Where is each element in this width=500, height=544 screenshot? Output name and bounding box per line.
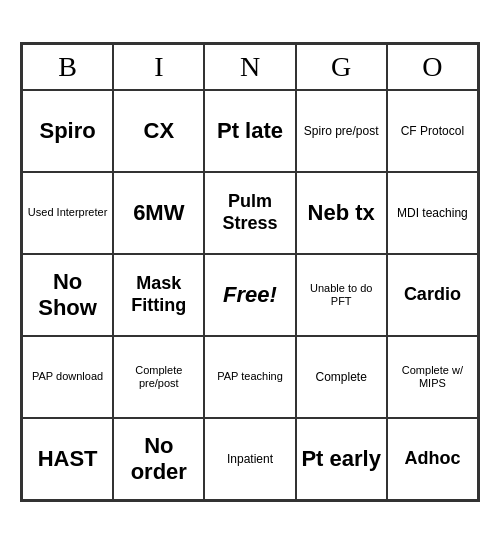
cell-text: Inpatient bbox=[227, 452, 273, 466]
cell-text: MDI teaching bbox=[397, 206, 468, 220]
cell-r5-c3: Inpatient bbox=[204, 418, 295, 500]
cell-text: Unable to do PFT bbox=[301, 282, 382, 308]
cell-r5-c1: HAST bbox=[22, 418, 113, 500]
cell-text: Complete pre/post bbox=[118, 364, 199, 390]
cell-r2-c4: Neb tx bbox=[296, 172, 387, 254]
header-N: N bbox=[204, 44, 295, 90]
cell-text: PAP download bbox=[32, 370, 103, 383]
cell-text: PAP teaching bbox=[217, 370, 283, 383]
cell-r3-c5: Cardio bbox=[387, 254, 478, 336]
cell-r1-c4: Spiro pre/post bbox=[296, 90, 387, 172]
cell-r1-c5: CF Protocol bbox=[387, 90, 478, 172]
header-I: I bbox=[113, 44, 204, 90]
cell-text: Pulm Stress bbox=[209, 191, 290, 234]
cell-text: Spiro bbox=[39, 118, 95, 144]
cell-r5-c4: Pt early bbox=[296, 418, 387, 500]
cell-r4-c2: Complete pre/post bbox=[113, 336, 204, 418]
cell-text: CF Protocol bbox=[401, 124, 464, 138]
cell-text: Pt late bbox=[217, 118, 283, 144]
cell-text: Neb tx bbox=[308, 200, 375, 226]
cell-r3-c4: Unable to do PFT bbox=[296, 254, 387, 336]
cell-r4-c4: Complete bbox=[296, 336, 387, 418]
cell-r2-c1: Used Interpreter bbox=[22, 172, 113, 254]
cell-r2-c5: MDI teaching bbox=[387, 172, 478, 254]
cell-r1-c1: Spiro bbox=[22, 90, 113, 172]
cell-text: No Show bbox=[27, 269, 108, 322]
cell-r3-c1: No Show bbox=[22, 254, 113, 336]
cell-text: HAST bbox=[38, 446, 98, 472]
cell-text: Used Interpreter bbox=[28, 206, 107, 219]
cell-r4-c1: PAP download bbox=[22, 336, 113, 418]
header-G: G bbox=[296, 44, 387, 90]
cell-text: Pt early bbox=[301, 446, 381, 472]
cell-text: Spiro pre/post bbox=[304, 124, 379, 138]
cell-r1-c2: CX bbox=[113, 90, 204, 172]
cell-r2-c2: 6MW bbox=[113, 172, 204, 254]
bingo-card: BINGOSpiroCXPt lateSpiro pre/postCF Prot… bbox=[20, 42, 480, 502]
cell-text: Complete bbox=[316, 370, 367, 384]
cell-r3-c3: Free! bbox=[204, 254, 295, 336]
cell-r4-c5: Complete w/ MIPS bbox=[387, 336, 478, 418]
cell-r5-c2: No order bbox=[113, 418, 204, 500]
cell-r1-c3: Pt late bbox=[204, 90, 295, 172]
cell-r5-c5: Adhoc bbox=[387, 418, 478, 500]
cell-text: Mask Fitting bbox=[118, 273, 199, 316]
header-O: O bbox=[387, 44, 478, 90]
cell-r2-c3: Pulm Stress bbox=[204, 172, 295, 254]
cell-text: Free! bbox=[223, 282, 277, 308]
cell-text: 6MW bbox=[133, 200, 184, 226]
cell-text: Cardio bbox=[404, 284, 461, 306]
cell-text: Complete w/ MIPS bbox=[392, 364, 473, 390]
cell-text: Adhoc bbox=[404, 448, 460, 470]
cell-text: CX bbox=[144, 118, 175, 144]
header-B: B bbox=[22, 44, 113, 90]
cell-r4-c3: PAP teaching bbox=[204, 336, 295, 418]
cell-text: No order bbox=[118, 433, 199, 486]
cell-r3-c2: Mask Fitting bbox=[113, 254, 204, 336]
